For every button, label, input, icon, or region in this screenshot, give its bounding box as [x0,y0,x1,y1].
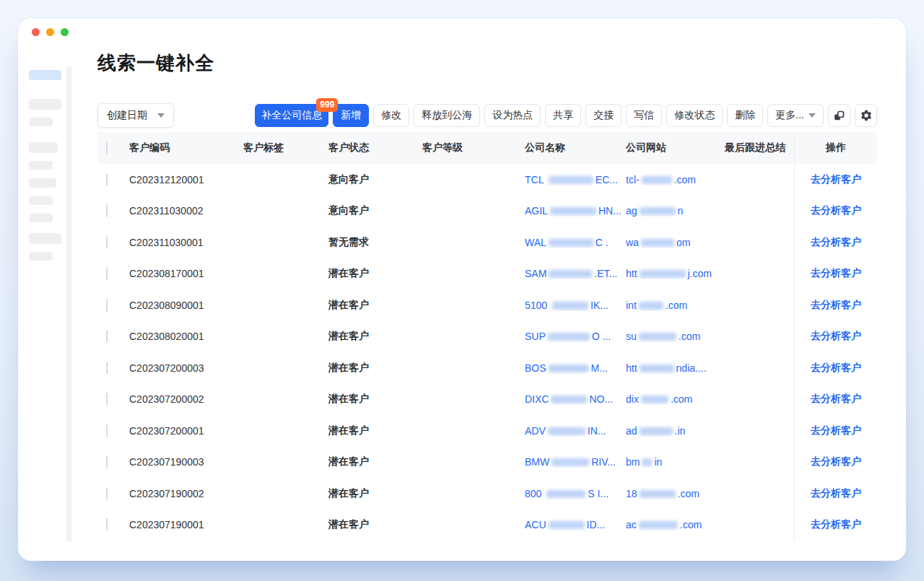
table-header-row: 客户编码 客户标签 客户状态 客户等级 公司名称 公司网站 最后跟进总结 操作 [97,132,877,164]
redacted-text [639,521,678,529]
settings-button[interactable] [855,104,877,127]
minimize-window-button[interactable] [46,28,54,36]
analyze-customer-link[interactable]: 去分析客户 [811,362,861,375]
gear-icon [860,109,873,122]
company-website-link[interactable]: tcl-.com [626,174,725,185]
more-button[interactable]: 更多... [767,104,824,127]
sidebar-item-skeleton[interactable] [29,142,58,153]
sidebar-item-skeleton[interactable] [29,178,56,188]
company-name-link[interactable]: SUPO ... [525,331,626,342]
redacted-text [549,176,593,184]
company-name-link[interactable]: BMWRIV... [525,456,626,468]
company-name-link[interactable]: TCL EC... [525,174,626,185]
select-all-checkbox[interactable] [106,141,108,154]
chevron-down-icon [157,113,165,118]
row-checkbox[interactable] [106,267,108,280]
company-website-link[interactable]: su.com [626,331,725,342]
redacted-text [640,364,674,372]
create-date-filter-select[interactable]: 创建日期 [97,103,174,128]
toolbar-button[interactable]: 修改 [373,104,409,127]
toolbar-button[interactable]: 释放到公海 [414,104,480,127]
company-website-link[interactable]: httj.com [626,268,725,279]
row-checkbox[interactable] [106,518,108,531]
complete-company-info-button[interactable]: 补全公司信息 999 [255,104,328,127]
customer-status: 潜在客户 [328,424,422,437]
analyze-customer-link[interactable]: 去分析客户 [811,330,861,343]
table-row: C202308170001 潜在客户 SAM.ET... httj.com 去分… [97,258,877,290]
row-checkbox[interactable] [106,330,108,343]
toolbar-button[interactable]: 共享 [545,104,581,127]
sidebar-item-skeleton[interactable] [29,196,53,205]
company-website-link[interactable]: dix.com [626,393,725,405]
sidebar-item-skeleton[interactable] [29,214,53,222]
company-name-link[interactable]: WALC . [525,237,626,248]
company-name-link[interactable]: BOSM... [525,362,626,374]
maximize-window-button[interactable] [61,28,69,36]
company-website-link[interactable]: ad.in [626,425,725,437]
company-name-link[interactable]: SAM.ET... [525,268,626,279]
company-website-link[interactable]: httndia.... [626,362,725,374]
analyze-customer-link[interactable]: 去分析客户 [811,299,861,312]
company-website-link[interactable]: agn [626,205,725,217]
sidebar-item-skeleton[interactable] [29,99,61,110]
analyze-customer-link[interactable]: 去分析客户 [811,267,861,280]
analyze-customer-link[interactable]: 去分析客户 [811,393,861,406]
sidebar-divider-rail [66,66,71,542]
toolbar-button[interactable]: 写信 [626,104,662,127]
customer-status: 意向客户 [328,204,422,217]
company-website-link[interactable]: waom [626,237,725,248]
add-button[interactable]: 新增 [333,104,369,127]
row-checkbox[interactable] [106,455,108,468]
complete-company-info-label: 补全公司信息 [261,109,322,122]
table-row: C202307190002 潜在客户 800 S I... 18.com 去分析… [97,478,877,510]
company-website-link[interactable]: 18.com [626,488,725,499]
analyze-customer-link[interactable]: 去分析客户 [811,204,861,217]
sidebar-item-skeleton[interactable] [29,252,53,261]
company-name-link[interactable]: 5100 IK... [525,300,626,311]
row-checkbox[interactable] [106,393,108,406]
redacted-text [640,490,676,498]
sidebar-item-skeleton[interactable] [29,233,61,244]
company-name-link[interactable]: DIXCNO... [525,393,626,405]
toolbar-button[interactable]: 交接 [585,104,622,127]
analyze-customer-link[interactable]: 去分析客户 [811,487,861,500]
filter-select-label: 创建日期 [107,109,147,122]
company-name-link[interactable]: AGILHN... [525,205,626,217]
row-checkbox[interactable] [106,487,108,500]
analyze-customer-link[interactable]: 去分析客户 [811,455,861,468]
row-checkbox[interactable] [106,204,108,217]
close-window-button[interactable] [32,28,40,36]
swap-view-button[interactable] [828,104,850,127]
analyze-customer-link[interactable]: 去分析客户 [811,236,861,249]
redacted-text [640,270,686,278]
redacted-text [642,458,652,466]
sidebar-item-skeleton[interactable] [29,118,53,126]
row-checkbox[interactable] [106,236,108,249]
customer-code: C202307200003 [129,362,243,374]
company-website-link[interactable]: bmin [626,456,725,468]
redacted-text [550,207,596,215]
table-row: C202308090001 潜在客户 5100 IK... int.com 去分… [97,289,877,321]
sidebar-item-active-skeleton[interactable] [29,70,61,80]
toolbar-button[interactable]: 修改状态 [666,104,723,127]
toolbar-button[interactable]: 删除 [727,104,763,127]
company-website-link[interactable]: ac.com [626,519,725,530]
row-checkbox[interactable] [106,362,108,375]
company-website-link[interactable]: int.com [626,300,725,311]
customer-code: C202307200002 [129,393,243,405]
redacted-text [552,302,588,310]
company-name-link[interactable]: ACUID... [525,519,626,530]
row-checkbox[interactable] [106,424,108,437]
analyze-customer-link[interactable]: 去分析客户 [811,173,861,186]
company-name-link[interactable]: 800 S I... [525,488,626,499]
analyze-customer-link[interactable]: 去分析客户 [811,424,861,437]
table-row: C202307200003 潜在客户 BOSM... httndia.... 去… [97,352,877,384]
redacted-text [640,207,676,215]
toolbar-button[interactable]: 设为热点 [484,104,541,127]
row-checkbox[interactable] [106,299,108,312]
sidebar-item-skeleton[interactable] [29,161,53,170]
company-name-link[interactable]: ADVIN... [525,425,626,437]
row-checkbox[interactable] [106,173,108,186]
table-row: C202307200001 潜在客户 ADVIN... ad.in 去分析客户 [97,415,877,447]
analyze-customer-link[interactable]: 去分析客户 [811,518,861,531]
